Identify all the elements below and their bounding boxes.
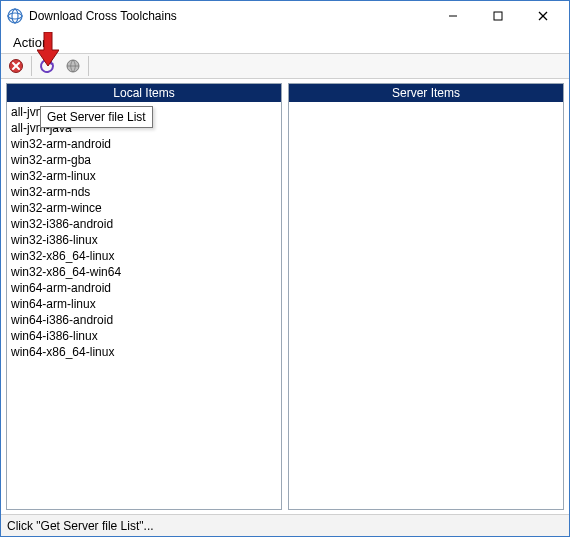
tooltip: Get Server file List	[40, 106, 153, 128]
statusbar: Click "Get Server file List"...	[1, 514, 569, 536]
content-area: Local Items Get Server file List all-jvm…	[1, 79, 569, 514]
cancel-icon	[8, 58, 24, 74]
svg-marker-9	[48, 60, 53, 65]
status-text: Click "Get Server file List"...	[7, 519, 154, 533]
window-title: Download Cross Toolchains	[29, 9, 177, 23]
list-item[interactable]: win64-arm-android	[11, 280, 277, 296]
globe-download-icon	[65, 58, 81, 74]
list-item[interactable]: win32-arm-gba	[11, 152, 277, 168]
minimize-button[interactable]	[430, 2, 475, 30]
toolbar	[1, 53, 569, 79]
list-item[interactable]: win32-i386-linux	[11, 232, 277, 248]
list-item[interactable]: win32-arm-nds	[11, 184, 277, 200]
list-item[interactable]: win64-i386-linux	[11, 328, 277, 344]
list-item[interactable]: win32-i386-android	[11, 216, 277, 232]
get-server-file-list-button[interactable]	[34, 55, 60, 77]
maximize-button[interactable]	[475, 2, 520, 30]
list-item[interactable]: win32-arm-wince	[11, 200, 277, 216]
close-button[interactable]	[520, 2, 565, 30]
list-item[interactable]: win32-x86_64-win64	[11, 264, 277, 280]
list-item[interactable]: win64-i386-android	[11, 312, 277, 328]
menu-action[interactable]: Action	[7, 33, 55, 52]
list-item[interactable]: win32-x86_64-linux	[11, 248, 277, 264]
list-item[interactable]: win32-arm-android	[11, 136, 277, 152]
server-items-list[interactable]	[289, 102, 563, 509]
app-icon	[7, 8, 23, 24]
local-items-list[interactable]: Get Server file List all-jvm-androidall-…	[7, 102, 281, 509]
toolbar-separator	[31, 56, 32, 76]
toolbar-separator	[88, 56, 89, 76]
local-items-header: Local Items	[7, 84, 281, 102]
server-items-panel: Server Items	[288, 83, 564, 510]
svg-rect-2	[494, 12, 502, 20]
titlebar: Download Cross Toolchains	[1, 1, 569, 31]
list-item[interactable]: win32-arm-linux	[11, 168, 277, 184]
menubar: Action	[1, 31, 569, 53]
download-button[interactable]	[60, 55, 86, 77]
cancel-button[interactable]	[3, 55, 29, 77]
list-item[interactable]: win64-x86_64-linux	[11, 344, 277, 360]
refresh-icon	[39, 58, 55, 74]
list-item[interactable]: win64-arm-linux	[11, 296, 277, 312]
svg-point-0	[8, 9, 22, 23]
local-items-panel: Local Items Get Server file List all-jvm…	[6, 83, 282, 510]
server-items-header: Server Items	[289, 84, 563, 102]
